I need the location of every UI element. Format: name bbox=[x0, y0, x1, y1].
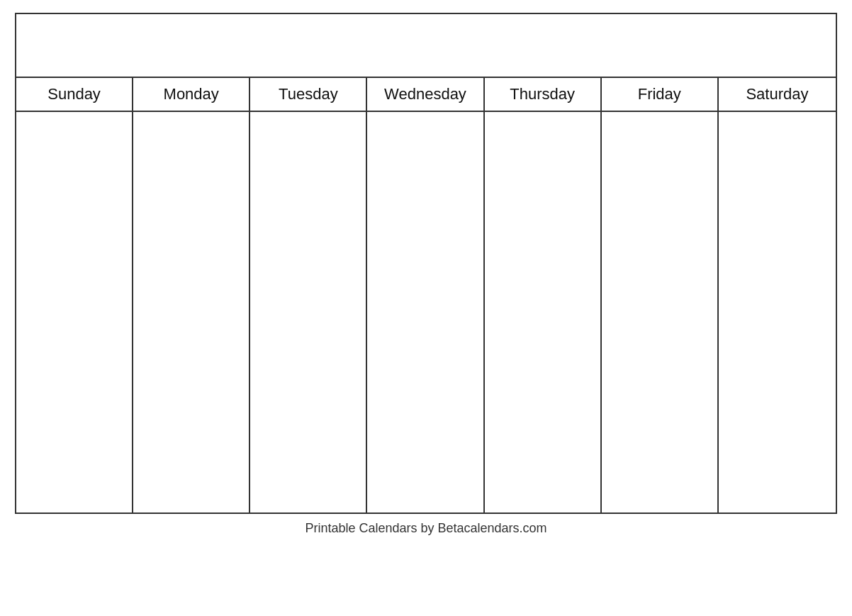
week2-thursday[interactable] bbox=[485, 192, 602, 272]
week1-saturday[interactable] bbox=[719, 112, 836, 192]
week3-friday[interactable] bbox=[602, 272, 719, 352]
week4-thursday[interactable] bbox=[485, 352, 602, 432]
week3-monday[interactable] bbox=[133, 272, 250, 352]
week2-monday[interactable] bbox=[133, 192, 250, 272]
week2-friday[interactable] bbox=[602, 192, 719, 272]
week5-thursday[interactable] bbox=[485, 432, 602, 513]
week-row-1 bbox=[16, 112, 836, 192]
calendar-title bbox=[16, 14, 836, 78]
calendar-header: Sunday Monday Tuesday Wednesday Thursday… bbox=[16, 78, 836, 112]
week3-tuesday[interactable] bbox=[250, 272, 367, 352]
week1-tuesday[interactable] bbox=[250, 112, 367, 192]
week3-wednesday[interactable] bbox=[367, 272, 484, 352]
week4-tuesday[interactable] bbox=[250, 352, 367, 432]
week1-thursday[interactable] bbox=[485, 112, 602, 192]
week4-friday[interactable] bbox=[602, 352, 719, 432]
week-row-3 bbox=[16, 272, 836, 352]
header-sunday: Sunday bbox=[16, 78, 133, 111]
week1-friday[interactable] bbox=[602, 112, 719, 192]
week1-wednesday[interactable] bbox=[367, 112, 484, 192]
week5-monday[interactable] bbox=[133, 432, 250, 513]
week5-saturday[interactable] bbox=[719, 432, 836, 513]
header-thursday: Thursday bbox=[485, 78, 602, 111]
week5-tuesday[interactable] bbox=[250, 432, 367, 513]
header-tuesday: Tuesday bbox=[250, 78, 367, 111]
week3-thursday[interactable] bbox=[485, 272, 602, 352]
week5-sunday[interactable] bbox=[16, 432, 133, 513]
header-friday: Friday bbox=[602, 78, 719, 111]
footer-text: Printable Calendars by Betacalendars.com bbox=[305, 521, 546, 536]
week4-saturday[interactable] bbox=[719, 352, 836, 432]
week2-sunday[interactable] bbox=[16, 192, 133, 272]
week2-wednesday[interactable] bbox=[367, 192, 484, 272]
week-row-5 bbox=[16, 432, 836, 513]
week3-sunday[interactable] bbox=[16, 272, 133, 352]
week-row-4 bbox=[16, 352, 836, 432]
week4-wednesday[interactable] bbox=[367, 352, 484, 432]
calendar: Sunday Monday Tuesday Wednesday Thursday… bbox=[15, 13, 837, 514]
week1-monday[interactable] bbox=[133, 112, 250, 192]
week5-friday[interactable] bbox=[602, 432, 719, 513]
week4-sunday[interactable] bbox=[16, 352, 133, 432]
week2-saturday[interactable] bbox=[719, 192, 836, 272]
week2-tuesday[interactable] bbox=[250, 192, 367, 272]
header-wednesday: Wednesday bbox=[367, 78, 484, 111]
week-row-2 bbox=[16, 192, 836, 272]
header-monday: Monday bbox=[133, 78, 250, 111]
week1-sunday[interactable] bbox=[16, 112, 133, 192]
week5-wednesday[interactable] bbox=[367, 432, 484, 513]
header-saturday: Saturday bbox=[719, 78, 836, 111]
week4-monday[interactable] bbox=[133, 352, 250, 432]
week3-saturday[interactable] bbox=[719, 272, 836, 352]
calendar-body bbox=[16, 112, 836, 513]
